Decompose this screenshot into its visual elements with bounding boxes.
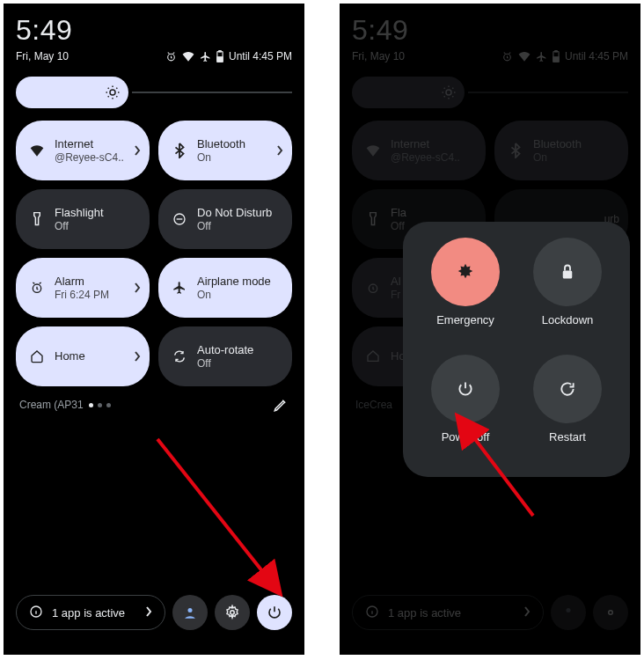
settings-button[interactable] xyxy=(215,595,250,630)
power-button[interactable] xyxy=(257,595,292,630)
restart-icon xyxy=(533,355,602,423)
tile-alarm[interactable]: AlarmFri 6:24 PM xyxy=(16,258,150,318)
alarm-icon xyxy=(165,51,177,62)
svg-point-4 xyxy=(110,90,115,95)
bluetooth-icon xyxy=(171,143,188,158)
phone-right: 5:49 Fri, May 10 Until 4:45 PM Internet@… xyxy=(340,4,640,655)
tile-internet[interactable]: Internet@Reyee-sC4.. xyxy=(16,121,150,180)
phone-left: 5:49 Fri, May 10 Until 4:45 PM Internet@… xyxy=(4,4,304,655)
build-and-pager: Cream (AP31 xyxy=(16,397,292,413)
build-text: Cream (AP31 xyxy=(19,399,84,411)
brightness-fill xyxy=(16,77,128,108)
brightness-icon xyxy=(99,78,127,106)
date: Fri, May 10 xyxy=(16,50,69,62)
tile-autorotate[interactable]: Auto-rotateOff xyxy=(158,326,292,386)
tile-flashlight[interactable]: FlashlightOff xyxy=(16,189,150,249)
power-icon xyxy=(431,355,500,423)
power-menu-restart[interactable]: Restart xyxy=(517,355,618,466)
chevron-right-icon xyxy=(276,145,283,156)
chevron-right-icon xyxy=(145,606,152,620)
active-apps-text: 1 app is active xyxy=(52,606,136,620)
power-menu-emergency[interactable]: Emergency xyxy=(415,238,516,349)
airplane-icon xyxy=(200,51,211,62)
edit-tiles-button[interactable] xyxy=(273,397,289,413)
wifi-icon xyxy=(182,51,194,62)
active-apps-pill[interactable]: 1 app is active xyxy=(16,595,165,630)
power-menu-power-off[interactable]: Power off xyxy=(415,355,516,466)
svg-point-10 xyxy=(231,611,235,615)
qs-tiles: Internet@Reyee-sC4.. BluetoothOn Flashli… xyxy=(16,121,292,386)
wifi-icon xyxy=(28,144,46,157)
battery-icon xyxy=(216,50,223,62)
tile-home[interactable]: Home xyxy=(16,326,150,386)
svg-point-9 xyxy=(188,608,193,612)
brightness-track xyxy=(132,92,292,93)
emergency-icon xyxy=(431,238,500,306)
brightness-slider[interactable] xyxy=(16,77,292,108)
chevron-right-icon xyxy=(134,145,141,156)
power-menu-lockdown[interactable]: Lockdown xyxy=(517,238,618,349)
power-menu: Emergency Lockdown Power off Restart xyxy=(403,222,630,477)
annotation-arrow xyxy=(153,435,303,611)
flashlight-icon xyxy=(28,211,46,227)
status-row: Fri, May 10 Until 4:45 PM xyxy=(16,50,292,62)
user-switcher-button[interactable] xyxy=(172,595,208,630)
home-icon xyxy=(28,349,46,363)
battery-until-text: Until 4:45 PM xyxy=(229,50,292,62)
alarm-icon xyxy=(28,281,46,295)
clock: 5:49 xyxy=(16,14,292,47)
chevron-right-icon xyxy=(134,282,141,293)
tile-airplane[interactable]: Airplane modeOn xyxy=(158,258,292,318)
svg-line-11 xyxy=(157,439,276,589)
autorotate-icon xyxy=(171,349,188,363)
info-icon xyxy=(29,605,43,621)
dnd-icon xyxy=(171,212,188,226)
bottom-bar: 1 app is active xyxy=(16,595,292,630)
airplane-icon xyxy=(171,281,188,295)
svg-rect-3 xyxy=(217,57,223,62)
lock-icon xyxy=(533,238,602,306)
tile-dnd[interactable]: Do Not DisturbOff xyxy=(158,189,292,249)
status-icons: Until 4:45 PM xyxy=(165,50,292,62)
chevron-right-icon xyxy=(134,351,141,362)
tile-bluetooth[interactable]: BluetoothOn xyxy=(158,121,292,180)
svg-rect-22 xyxy=(563,271,573,279)
